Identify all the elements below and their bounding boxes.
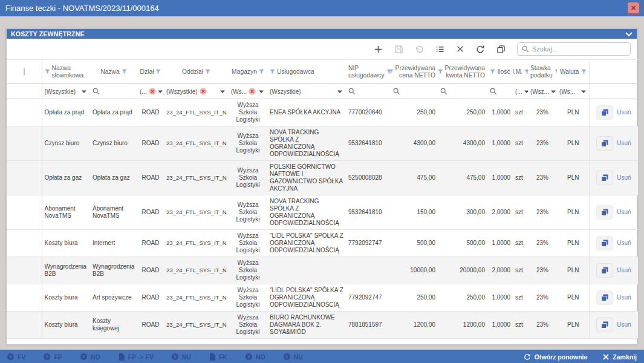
table-row[interactable]: Koszty biuraKoszty księgowejROAD23_24_FT…: [7, 312, 638, 339]
filter-icon[interactable]: [386, 69, 391, 74]
col-header-cena[interactable]: Przewidywana cena NETTO: [391, 60, 438, 84]
col-header-nazwa_slownikowa[interactable]: Nazwa słownikowa: [42, 60, 90, 84]
cell-nazwa_slownikowa: Wynagrodzenia B2B: [42, 257, 90, 284]
table-row[interactable]: Czynsz biuroCzynsz biuroROAD23_24_FTL_SY…: [7, 126, 638, 161]
filter-icon[interactable]: [122, 69, 127, 74]
delete-row-link[interactable]: Usuń: [617, 209, 631, 216]
filter-icon[interactable]: [581, 69, 587, 74]
toolbar-clear-button[interactable]: [456, 45, 464, 53]
delete-row-link[interactable]: Usuń: [617, 321, 631, 329]
filter-clear-icon[interactable]: [249, 88, 256, 95]
table-row[interactable]: Koszty biuraInternertROAD23_24_FTL_SYS_I…: [7, 230, 638, 257]
filter-search-icon[interactable]: [348, 88, 356, 95]
duplicate-row-button[interactable]: [597, 206, 613, 219]
section-header-koszty-zewnetrzne[interactable]: KOSZTY ZEWNĘTRZNE: [7, 29, 637, 39]
search-input[interactable]: [532, 45, 626, 53]
search-box[interactable]: [517, 42, 631, 56]
dropdown-caret-icon[interactable]: [220, 90, 226, 93]
dropdown-caret-icon[interactable]: [524, 90, 528, 93]
filter-cell-jm: (...: [513, 84, 528, 99]
delete-row-link[interactable]: Usuń: [617, 174, 631, 182]
duplicate-row-button[interactable]: [597, 106, 613, 119]
filter-select-waluta[interactable]: (Ws...: [559, 88, 575, 95]
delete-row-link[interactable]: Usuń: [617, 109, 631, 116]
col-header-dzial[interactable]: Dział: [137, 60, 164, 84]
table-row[interactable]: Abonament NovaTMSAbonament NovaTMSROAD23…: [7, 195, 638, 230]
filter-select-magazyn[interactable]: (Ws...: [231, 88, 247, 95]
dropdown-caret-icon[interactable]: [581, 90, 587, 93]
filter-select-uslugodawca[interactable]: (Wszystkie): [270, 88, 301, 95]
filter-icon[interactable]: [45, 69, 50, 74]
duplicate-row-button[interactable]: [597, 171, 613, 185]
col-header-ilosc[interactable]: Ilość: [487, 60, 513, 84]
filter-icon[interactable]: [155, 69, 161, 74]
filter-select-nazwa_slownikowa[interactable]: (Wszystkie): [45, 88, 76, 95]
table-row[interactable]: Wynagrodzenia B2BWynagrodzenia B2BROAD23…: [7, 257, 638, 284]
filter-select-jm[interactable]: (...: [515, 88, 522, 95]
toolbar-add-button[interactable]: [374, 45, 383, 54]
filter-search-icon[interactable]: [93, 88, 100, 95]
cell-actions: Usuń: [590, 126, 638, 161]
delete-row-link[interactable]: Usuń: [617, 267, 631, 274]
duplicate-row-button[interactable]: [597, 264, 613, 277]
toolbar-duplicate-button[interactable]: [496, 45, 506, 54]
filter-cell-kwota: [438, 84, 487, 99]
cell-actions: Usuń: [590, 161, 638, 195]
filter-icon[interactable]: [391, 69, 394, 74]
close-button[interactable]: Zamknij: [603, 353, 637, 361]
col-header-uslugodawca[interactable]: Usługodawca: [267, 60, 346, 84]
dropdown-caret-icon[interactable]: [158, 90, 164, 93]
filter-search-icon[interactable]: [393, 88, 400, 95]
cell-nazwa_slownikowa: Koszty biura: [42, 312, 90, 339]
delete-row-link[interactable]: Usuń: [617, 294, 631, 301]
select-all-header: [7, 60, 42, 84]
filter-search-icon[interactable]: [490, 88, 497, 95]
dropdown-caret-icon[interactable]: [551, 90, 557, 93]
dropdown-caret-icon[interactable]: [259, 90, 265, 93]
chevron-down-icon[interactable]: [625, 32, 633, 36]
col-header-magazyn[interactable]: Magazyn: [229, 60, 267, 84]
select-all-checkbox[interactable]: [24, 68, 25, 76]
duplicate-row-button[interactable]: [597, 291, 613, 304]
filter-icon[interactable]: [524, 69, 528, 74]
dropdown-caret-icon[interactable]: [82, 90, 88, 93]
col-header-nip[interactable]: NIP usługodawcy: [346, 60, 391, 84]
col-header-oddzial[interactable]: Oddział: [164, 60, 229, 84]
col-header-kwota[interactable]: Przewidywana kwota NETTO: [438, 60, 487, 84]
filter-clear-icon[interactable]: [149, 88, 156, 95]
money-icon: $: [246, 353, 252, 360]
filter-icon[interactable]: [205, 69, 210, 74]
filter-icon[interactable]: [555, 69, 557, 74]
duplicate-row-button[interactable]: [597, 137, 613, 150]
filter-icon[interactable]: [438, 69, 443, 74]
filter-select-dzial[interactable]: (...: [140, 88, 147, 95]
filter-select-stawka[interactable]: (Wsz...: [530, 88, 549, 95]
filter-icon[interactable]: [270, 69, 275, 74]
close-icon: [603, 354, 609, 360]
col-header-jm[interactable]: J.M.: [513, 60, 528, 84]
col-label-oddzial: Oddział: [182, 68, 203, 76]
table-row[interactable]: Opłata za gazOpłata za gazROAD23_24_FTL_…: [7, 161, 638, 195]
window-close-button[interactable]: ✕: [627, 2, 640, 14]
col-header-waluta[interactable]: Waluta: [557, 60, 590, 84]
reopen-button[interactable]: Otwórz ponownie: [524, 353, 588, 361]
toolbar-undo-button: [415, 45, 424, 54]
filter-icon[interactable]: [259, 69, 264, 74]
table-row[interactable]: Koszty biuraArt spożywczeROAD23_24_FTL_S…: [7, 284, 638, 312]
toolbar-list-button[interactable]: [435, 45, 444, 54]
delete-row-link[interactable]: Usuń: [617, 240, 631, 247]
col-header-nazwa[interactable]: Nazwa: [90, 60, 137, 84]
duplicate-row-button[interactable]: [597, 318, 613, 332]
toolbar-refresh-button[interactable]: [476, 45, 485, 54]
cell-magazyn: Wyższa Szkoła Logistyki: [229, 230, 267, 257]
filter-search-icon[interactable]: [440, 88, 447, 95]
col-header-stawka[interactable]: Stawka podatku: [528, 60, 557, 84]
table-row[interactable]: Opłata za prądOpłata za prądROAD23_24_FT…: [7, 99, 638, 126]
dropdown-caret-icon[interactable]: [337, 90, 343, 93]
filter-clear-icon[interactable]: [200, 88, 207, 95]
filter-icon[interactable]: [490, 69, 495, 74]
delete-row-link[interactable]: Usuń: [617, 140, 631, 147]
duplicate-row-button[interactable]: [597, 237, 613, 250]
cell-jm: szt: [513, 99, 528, 126]
filter-select-oddzial[interactable]: (Wszystkie): [166, 88, 198, 95]
